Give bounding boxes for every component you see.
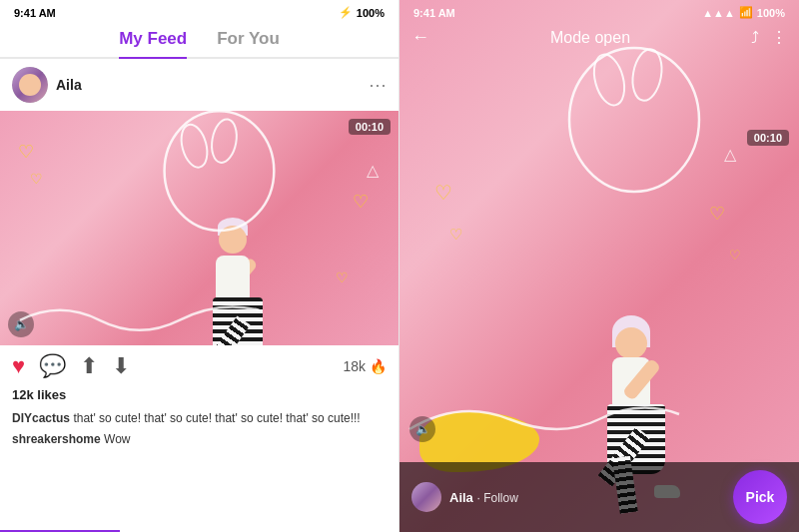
- download-button[interactable]: ⬇: [112, 353, 130, 379]
- tab-bar: My Feed For You: [0, 23, 399, 59]
- top-nav: ← Mode open ⤴ ⋮: [400, 23, 799, 56]
- comment-username-1: shreakershome: [12, 432, 101, 446]
- video-full-bg: ♡ ♡ ♡ ♡ △: [400, 0, 799, 532]
- dancer-body: [208, 256, 268, 335]
- more-nav-icon[interactable]: ⋮: [771, 28, 787, 47]
- status-right-left: ⚡ 100%: [339, 6, 385, 19]
- dancer-head: [219, 226, 247, 254]
- video-thumbnail[interactable]: ♡ ♡ ♡ ♡ △: [0, 111, 399, 345]
- wifi-icon: 📶: [739, 6, 753, 19]
- status-bar-right: 9:41 AM ▲▲▲ 📶 100%: [400, 0, 799, 23]
- follow-label[interactable]: · Follow: [476, 491, 517, 505]
- volume-right-icon[interactable]: 🔈: [409, 416, 435, 442]
- avatar-image: [12, 67, 48, 103]
- dancer-figure: [168, 126, 328, 345]
- share-nav-icon[interactable]: ⤴: [751, 29, 759, 47]
- more-options-button[interactable]: ⋯: [369, 74, 387, 96]
- like-button[interactable]: ♥: [12, 353, 25, 379]
- fire-icon: 🔥: [370, 358, 387, 374]
- heart-doodle-1: ♡: [18, 141, 34, 163]
- pick-button[interactable]: Pick: [733, 470, 787, 524]
- svg-point-3: [569, 48, 699, 192]
- likes-count: 12k likes: [0, 387, 399, 406]
- tab-for-you[interactable]: For You: [217, 29, 280, 57]
- comment-username-0: DIYcactus: [12, 411, 70, 425]
- avatar: [12, 67, 48, 103]
- signal-icon: ▲▲▲: [702, 7, 735, 19]
- dancer-torso: [216, 256, 250, 300]
- video-timer: 00:10: [349, 119, 391, 135]
- nav-title: Mode open: [550, 29, 630, 47]
- comment-button[interactable]: 💬: [39, 353, 66, 379]
- avatar-face: [19, 74, 41, 96]
- right-panel: ♡ ♡ ♡ ♡ △ 9:41 AM ▲▲▲ 📶 100% ← Mode open…: [400, 0, 799, 532]
- comment-row: DIYcactus that' so cute! that' so cute! …: [12, 410, 387, 427]
- video-timer-right: 00:10: [747, 130, 789, 146]
- post-header: Aila ⋯: [0, 59, 399, 111]
- status-bar-left: 9:41 AM ⚡ 100%: [0, 0, 399, 23]
- comments-section: DIYcactus that' so cute! that' so cute! …: [0, 406, 399, 530]
- volume-icon[interactable]: 🔈: [8, 311, 34, 337]
- bottom-avatar: [411, 482, 441, 512]
- battery-left: 100%: [357, 7, 385, 19]
- bottom-username: Aila · Follow: [449, 490, 518, 505]
- status-time-right: 9:41 AM: [413, 7, 455, 19]
- back-button[interactable]: ←: [411, 27, 429, 48]
- nav-actions: ⤴ ⋮: [751, 28, 787, 47]
- bluetooth-icon: ⚡: [339, 6, 353, 19]
- action-bar: ♥ 💬 ⬆ ⬇ 18k 🔥: [0, 345, 399, 387]
- left-panel: 9:41 AM ⚡ 100% My Feed For You Aila ⋯ ♡ …: [0, 0, 400, 532]
- battery-right: 100%: [757, 7, 785, 19]
- svg-text:♡: ♡: [449, 226, 462, 243]
- bottom-user-info: Aila · Follow: [449, 488, 733, 506]
- svg-text:△: △: [724, 146, 737, 163]
- heart-doodle-3: ♡: [353, 191, 369, 213]
- post-username: Aila: [56, 77, 369, 93]
- heart-doodle-2: ♡: [30, 171, 43, 187]
- heart-doodle-4: ♡: [336, 269, 349, 285]
- tab-my-feed[interactable]: My Feed: [119, 29, 187, 57]
- comment-text-0: that' so cute! that' so cute! that' so c…: [73, 411, 360, 425]
- status-icons-right: ▲▲▲ 📶 100%: [702, 6, 785, 19]
- triangle-doodle: △: [367, 161, 379, 180]
- fire-count: 18k 🔥: [343, 358, 387, 374]
- status-time-left: 9:41 AM: [14, 7, 56, 19]
- comment-row: shreakershome Wow: [12, 431, 387, 448]
- svg-text:♡: ♡: [434, 182, 452, 204]
- dancer-right: [572, 218, 752, 477]
- comment-text-1: Wow: [104, 432, 130, 446]
- bottom-bar-right: Aila · Follow Pick: [400, 462, 799, 532]
- share-button[interactable]: ⬆: [80, 353, 98, 379]
- svg-point-4: [589, 51, 630, 108]
- fire-count-value: 18k: [343, 358, 366, 374]
